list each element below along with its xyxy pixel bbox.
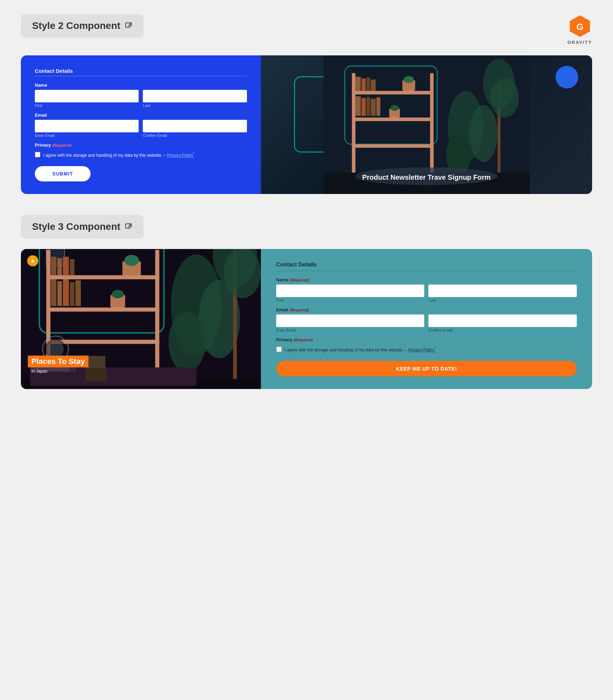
style3-name-group: Name(Required) First Last bbox=[276, 277, 577, 302]
style3-privacy-checkbox[interactable] bbox=[276, 347, 282, 352]
style2-header-row: Style 2 Component G GRAVITY bbox=[21, 14, 592, 45]
style2-email-group: Email Enter Email Confirm Email bbox=[35, 112, 247, 138]
style2-confirm-email-hint: Confirm Email bbox=[143, 133, 247, 138]
style2-confirm-email-wrap: Confirm Email bbox=[143, 120, 247, 138]
style3-label-text: Style 3 Component bbox=[32, 221, 121, 232]
svg-rect-49 bbox=[70, 282, 74, 306]
svg-rect-13 bbox=[371, 79, 375, 91]
style2-privacy-required: (Required) bbox=[52, 143, 71, 147]
svg-rect-46 bbox=[51, 279, 56, 306]
svg-point-65 bbox=[47, 341, 64, 357]
svg-rect-43 bbox=[57, 258, 62, 275]
svg-point-62 bbox=[224, 249, 261, 298]
svg-rect-9 bbox=[430, 73, 434, 173]
style3-privacy-link[interactable]: Privacy Policy* bbox=[408, 348, 436, 352]
style3-form-panel: Contact Details Name(Required) First Las… bbox=[261, 249, 592, 389]
svg-rect-8 bbox=[352, 73, 355, 173]
gravity-hexagon-icon: G bbox=[568, 14, 592, 38]
style3-name-row: First Last bbox=[276, 285, 577, 302]
style3-privacy-row: I agree with the storage and handling of… bbox=[276, 346, 577, 353]
style3-privacy-required: (Required) bbox=[294, 338, 313, 342]
svg-rect-15 bbox=[362, 98, 366, 116]
style3-enter-email-input[interactable] bbox=[276, 314, 425, 327]
style3-first-name-input[interactable] bbox=[276, 285, 425, 297]
svg-rect-10 bbox=[355, 77, 360, 91]
svg-rect-18 bbox=[376, 97, 380, 116]
style3-cta-button[interactable]: KEEP ME UP TO DATE! bbox=[276, 361, 577, 376]
style2-first-name-wrap: First bbox=[35, 90, 139, 108]
svg-rect-14 bbox=[355, 96, 360, 116]
style2-enter-email-hint: Enter Email bbox=[35, 133, 139, 138]
svg-rect-50 bbox=[75, 280, 81, 306]
style2-email-row: Enter Email Confirm Email bbox=[35, 120, 247, 138]
style3-email-required: (Required) bbox=[289, 308, 309, 312]
svg-rect-7 bbox=[352, 144, 434, 148]
style3-first-name-wrap: First bbox=[276, 285, 425, 302]
svg-rect-47 bbox=[57, 281, 62, 306]
page-wrapper: Style 2 Component G GRAVITY Contact Deta… bbox=[21, 14, 592, 389]
style3-enter-email-wrap: Enter Email bbox=[276, 314, 425, 332]
style2-privacy-checkbox[interactable] bbox=[35, 152, 40, 157]
style3-confirm-email-input[interactable] bbox=[428, 314, 577, 327]
style3-last-name-input[interactable] bbox=[428, 285, 577, 297]
style2-privacy-link[interactable]: Privacy Policy* bbox=[167, 153, 195, 158]
style3-confirm-email-wrap: Confirm Email bbox=[428, 314, 577, 332]
svg-rect-42 bbox=[51, 257, 56, 275]
style2-label-badge: Style 2 Component bbox=[21, 14, 143, 38]
style3-privacy-text: I agree with the storage and handling of… bbox=[285, 346, 436, 353]
svg-rect-44 bbox=[63, 257, 69, 275]
style2-form-panel: Contact Details Name First Last Email bbox=[21, 55, 261, 194]
style3-image-panel: ★ Places To Stay In Japan bbox=[21, 249, 261, 389]
svg-rect-48 bbox=[63, 279, 69, 306]
style2-external-link-icon[interactable] bbox=[125, 22, 132, 30]
svg-rect-17 bbox=[371, 99, 375, 116]
svg-rect-5 bbox=[352, 91, 434, 94]
style2-submit-button[interactable]: SUBMIT bbox=[35, 166, 91, 181]
style3-name-label: Name(Required) bbox=[276, 277, 577, 282]
style3-privacy-label: Privacy(Required) bbox=[276, 337, 577, 342]
style3-section-title: Contact Details bbox=[276, 262, 577, 271]
svg-point-56 bbox=[112, 290, 124, 298]
style2-privacy-text: I agree with the storage and handling of… bbox=[43, 151, 194, 158]
svg-rect-11 bbox=[362, 78, 366, 91]
style3-caption-subtitle: In Japan bbox=[28, 367, 88, 375]
style2-privacy-row: I agree with the storage and handling of… bbox=[35, 151, 247, 158]
style3-confirm-email-hint: Confirm Email bbox=[428, 328, 577, 332]
style3-last-name-hint: Last bbox=[428, 298, 577, 302]
style2-enter-email-wrap: Enter Email bbox=[35, 120, 139, 138]
style2-card: Contact Details Name First Last Email bbox=[21, 55, 592, 194]
style3-external-link-icon[interactable] bbox=[125, 223, 132, 231]
style3-name-required: (Required) bbox=[290, 278, 309, 282]
style2-last-name-wrap: Last bbox=[143, 90, 247, 108]
svg-rect-73 bbox=[86, 356, 105, 368]
style2-privacy-group: Privacy(Required) I agree with the stora… bbox=[35, 142, 247, 158]
svg-rect-37 bbox=[46, 275, 160, 279]
style2-name-row: First Last bbox=[35, 90, 247, 108]
style3-image-caption: Places To Stay In Japan bbox=[28, 356, 88, 375]
svg-text:G: G bbox=[576, 22, 583, 32]
style3-label-badge: Style 3 Component bbox=[21, 215, 143, 239]
svg-point-59 bbox=[169, 312, 205, 372]
style2-label-text: Style 2 Component bbox=[32, 20, 121, 31]
style2-name-group: Name First Last bbox=[35, 83, 247, 108]
style3-star-badge: ★ bbox=[27, 255, 38, 266]
svg-rect-41 bbox=[155, 250, 159, 370]
gravity-logo: G GRAVITY bbox=[567, 14, 592, 45]
style2-section-title: Contact Details bbox=[35, 68, 247, 76]
svg-rect-38 bbox=[46, 308, 160, 312]
svg-point-26 bbox=[469, 105, 498, 162]
style2-confirm-email-input[interactable] bbox=[143, 120, 247, 132]
style2-email-label: Email bbox=[35, 112, 247, 118]
svg-point-21 bbox=[404, 76, 414, 83]
style2-enter-email-input[interactable] bbox=[35, 120, 139, 132]
style3-header-row: Style 3 Component bbox=[21, 215, 592, 239]
style2-last-name-input[interactable] bbox=[143, 90, 247, 102]
svg-point-24 bbox=[390, 105, 398, 111]
style2-privacy-label: Privacy(Required) bbox=[35, 142, 247, 148]
style2-first-name-input[interactable] bbox=[35, 90, 139, 102]
svg-rect-16 bbox=[366, 97, 370, 116]
star-icon: ★ bbox=[30, 258, 35, 264]
gravity-label-text: GRAVITY bbox=[567, 40, 592, 45]
style3-email-label: Email(Required) bbox=[276, 307, 577, 312]
style2-image-caption: Product Newsletter Trave Signup Form bbox=[261, 173, 592, 181]
